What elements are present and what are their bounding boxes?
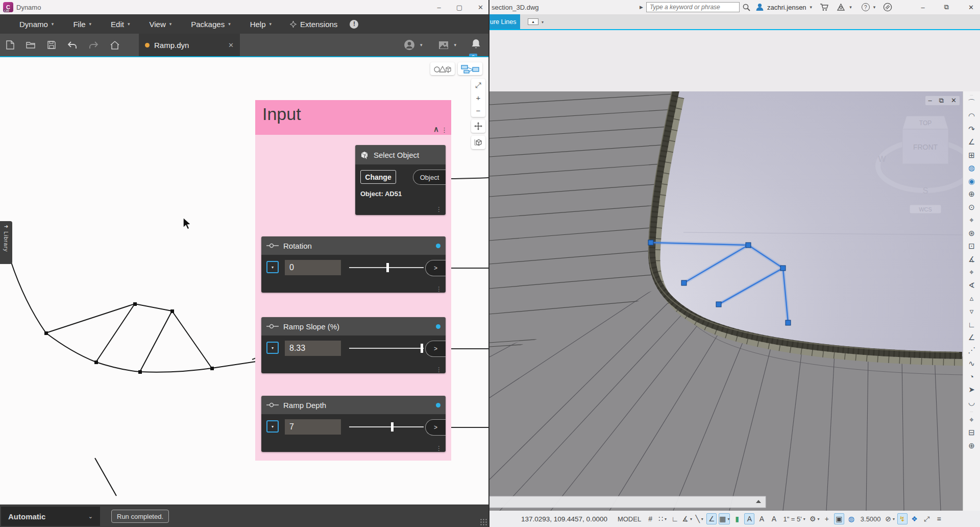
point-zoom-icon[interactable]: ⊛	[965, 227, 979, 240]
app-store-cart-icon[interactable]	[820, 4, 828, 11]
horizontal-scrollbar[interactable]	[489, 496, 766, 508]
bearing-compass-icon[interactable]: ◔	[965, 370, 979, 384]
bearing-arrow-icon[interactable]: ➤	[965, 383, 979, 396]
change-button[interactable]: Change	[360, 170, 396, 184]
undo-icon[interactable]	[67, 41, 77, 49]
viewport-minimize-icon[interactable]: –	[928, 97, 932, 105]
model-space-toggle[interactable]: MODEL	[616, 513, 643, 524]
search-input[interactable]	[646, 2, 740, 12]
point-select-2-icon[interactable]: ⌖	[965, 413, 979, 426]
point-station-2-icon[interactable]: ⊕	[965, 439, 979, 452]
tab-overflow-button[interactable]: ▲	[528, 18, 538, 25]
menu-item[interactable]: Packages ▾	[191, 20, 230, 29]
zoom-in-button[interactable]: +	[471, 91, 485, 104]
ortho-mode-icon[interactable]: ∟	[670, 513, 680, 524]
orbit-button[interactable]	[471, 136, 485, 149]
menu-item[interactable]: Edit ▾	[111, 20, 130, 29]
notifications-info-icon[interactable]: !	[350, 20, 358, 29]
rotation-slider[interactable]	[349, 267, 424, 268]
angle-vertex-icon[interactable]: ∡	[965, 253, 979, 266]
slider-type-dropdown[interactable]: ▾	[266, 261, 279, 273]
close-button[interactable]: ✕	[478, 4, 483, 11]
node-ramp-slope-slider[interactable]: Ramp Slope (%) ▾ 8.33 > ⋮	[261, 317, 446, 373]
slider-type-dropdown[interactable]: ▾	[266, 420, 279, 433]
isodraft-icon[interactable]: ╲	[694, 513, 704, 524]
zoom-out-button[interactable]: −	[471, 104, 485, 117]
input-group-header[interactable]: Input ∧ ⋮	[255, 100, 451, 135]
annotation-monitor-icon[interactable]: +	[822, 513, 832, 524]
search-arrow-icon[interactable]: ▶	[640, 5, 643, 10]
group-menu-icon[interactable]: ⋮	[441, 126, 448, 134]
graph-view-toggle[interactable]	[458, 62, 482, 75]
collapse-chevron-icon[interactable]: ∧	[433, 125, 439, 134]
help-icon[interactable]: ?	[862, 3, 870, 11]
angle-open-icon[interactable]: ∠	[965, 136, 979, 149]
username-label[interactable]: zachri.jensen	[767, 4, 806, 11]
menu-item[interactable]: View ▾	[149, 20, 172, 29]
geometry-view-toggle[interactable]	[430, 62, 455, 75]
selection-cycling-icon[interactable]: ▣	[834, 513, 844, 524]
pan-button[interactable]	[471, 119, 485, 133]
point-elevation-2-icon[interactable]: ▿	[965, 305, 979, 318]
image-export-icon[interactable]	[438, 41, 449, 50]
point-letter-icon[interactable]: ⊙	[965, 201, 979, 214]
menu-item-extensions[interactable]: Extensions	[290, 20, 337, 29]
isolate-objects-icon[interactable]: ⊘	[885, 513, 895, 524]
help-caret-icon[interactable]: ▾	[873, 5, 876, 10]
tab-close-icon[interactable]: ✕	[228, 41, 234, 49]
object-snap-tracking-icon[interactable]: ∠	[706, 513, 717, 524]
open-folder-icon[interactable]	[26, 41, 36, 49]
point-cursor-icon[interactable]: ⌖	[965, 214, 979, 227]
resize-grip[interactable]	[480, 518, 487, 525]
grid-display-icon[interactable]: #	[645, 513, 655, 524]
viewport-close-icon[interactable]: ✕	[951, 97, 957, 105]
customization-icon[interactable]: ≡	[934, 513, 944, 524]
autoscale-icon[interactable]: A	[756, 513, 767, 524]
rotation-output-port[interactable]: >	[425, 260, 446, 276]
globe-points-icon[interactable]: ◉	[965, 175, 979, 188]
corner-grade-icon[interactable]: ∟	[965, 318, 979, 331]
clean-screen-icon[interactable]: ⤢	[922, 513, 932, 524]
ramp-slope-output-port[interactable]: >	[425, 341, 446, 357]
polar-tracking-icon[interactable]: ∡	[682, 513, 692, 524]
ramp-slope-value-input[interactable]: 8.33	[285, 341, 341, 356]
annotation-sync-icon[interactable]: A	[769, 513, 779, 524]
minimize-button[interactable]: –	[437, 4, 441, 11]
ramp-depth-slider[interactable]	[349, 426, 424, 427]
node-menu-icon[interactable]: ⋮	[436, 366, 442, 373]
lineweight-icon[interactable]: ▮	[732, 513, 742, 524]
quick-properties-icon[interactable]: ❖	[910, 513, 920, 524]
ramp-slope-slider[interactable]	[349, 348, 424, 349]
arc-detail-icon[interactable]: ◡	[965, 396, 979, 410]
tab-feature-lines[interactable]: ure Lines	[489, 14, 520, 29]
fit-view-button[interactable]: ⤢	[471, 79, 485, 91]
curve-dashed-icon[interactable]: ◠	[965, 110, 979, 123]
maximize-button[interactable]: ▢	[456, 4, 462, 11]
curve-tangent-icon[interactable]: ⌒	[965, 97, 979, 110]
run-mode-select[interactable]: Automatic ⌄	[1, 507, 100, 526]
node-menu-icon[interactable]: ⋮	[436, 285, 442, 293]
account-caret-icon[interactable]: ▾	[420, 42, 423, 47]
drawing-viewport[interactable]: TOP FRONT W E S WCS	[489, 91, 964, 511]
annotation-visibility-icon[interactable]: A	[744, 513, 754, 524]
library-flyout-tab[interactable]: ➜ Library	[0, 221, 12, 264]
arc-reverse-icon[interactable]: ↷	[965, 123, 979, 136]
globe-grid-icon[interactable]: ◍	[965, 162, 979, 175]
node-select-object[interactable]: Select Object Change Object Object: AD51…	[355, 145, 446, 215]
account-avatar-icon[interactable]	[404, 39, 415, 51]
menu-item[interactable]: File ▾	[73, 20, 91, 29]
box-select-icon[interactable]: ⊡	[965, 240, 979, 253]
point-select-icon[interactable]: ⌖	[965, 266, 979, 279]
sheet-set-icon[interactable]: ⊞	[965, 149, 979, 162]
node-rotation-slider[interactable]: Rotation ▾ 0 > ⋮	[261, 236, 446, 293]
new-file-icon[interactable]	[6, 40, 14, 50]
node-ramp-depth-slider[interactable]: Ramp Depth ▾ 7 > ⋮	[261, 396, 446, 452]
menu-item[interactable]: Dynamo ▾	[19, 20, 54, 29]
menu-item[interactable]: Help ▾	[250, 20, 272, 29]
save-icon[interactable]	[47, 41, 56, 49]
hardware-accel-icon[interactable]: ↯	[897, 513, 908, 524]
workspace-gear-icon[interactable]: ⚙	[810, 513, 820, 524]
restore-button[interactable]: ⧉	[944, 3, 949, 11]
dynamo-canvas[interactable]: ➜ Library Input ∧ ⋮ Select Object	[0, 57, 488, 505]
box-convert-icon[interactable]: ⊟	[965, 426, 979, 440]
